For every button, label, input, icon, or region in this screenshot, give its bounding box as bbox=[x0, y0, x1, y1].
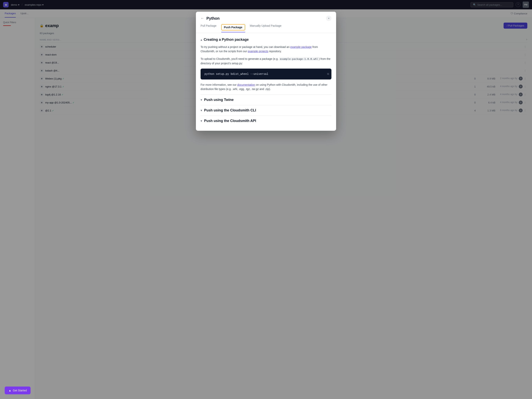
modal-close-button[interactable]: × bbox=[326, 16, 331, 21]
tab-pull-package[interactable]: Pull Package bbox=[201, 24, 216, 33]
twine-section: Push using Twine bbox=[201, 95, 331, 105]
cli-collapse-icon bbox=[201, 109, 202, 112]
copy-code-button[interactable]: ⧉ bbox=[327, 72, 329, 76]
get-started-button[interactable]: ▲ Get Started bbox=[5, 386, 31, 394]
creating-desc-2: To upload to Cloudsmith, you'll need to … bbox=[201, 57, 331, 65]
creating-desc-3: For more information, see our documentat… bbox=[201, 83, 331, 91]
example-package-link[interactable]: example package bbox=[290, 45, 312, 49]
documentation-link[interactable]: documentation bbox=[237, 83, 255, 86]
creating-section-toggle[interactable] bbox=[201, 38, 202, 41]
code-block: python setup.py bdist_wheel --universal … bbox=[201, 69, 331, 79]
modal-header: ← Python × bbox=[196, 12, 336, 21]
creating-section-header: Creating a Python package bbox=[201, 38, 331, 42]
push-package-modal: ← Python × Pull Package Push Package Man… bbox=[196, 12, 336, 131]
creating-desc-1: To try pushing without a project or pack… bbox=[201, 45, 331, 54]
modal-body: Creating a Python package To try pushing… bbox=[196, 33, 336, 131]
api-collapse-icon bbox=[201, 119, 202, 123]
cli-section-header[interactable]: Push using the Cloudsmith CLI bbox=[201, 108, 331, 112]
twine-collapse-icon bbox=[201, 98, 202, 102]
cli-section: Push using the Cloudsmith CLI bbox=[201, 105, 331, 116]
tab-push-package[interactable]: Push Package bbox=[221, 24, 245, 33]
modal-tabs: Pull Package Push Package Manually Uploa… bbox=[196, 21, 336, 33]
api-section-header[interactable]: Push using the Cloudsmith API bbox=[201, 119, 331, 123]
get-started-icon: ▲ bbox=[9, 389, 11, 392]
modal-title: Python bbox=[206, 16, 326, 21]
api-section: Push using the Cloudsmith API bbox=[201, 116, 331, 126]
twine-section-header[interactable]: Push using Twine bbox=[201, 98, 331, 102]
creating-section: Creating a Python package To try pushing… bbox=[201, 38, 331, 91]
tab-manually-upload[interactable]: Manually Upload Package bbox=[250, 24, 282, 33]
modal-overlay: ← Python × Pull Package Push Package Man… bbox=[0, 0, 532, 399]
modal-back-button[interactable]: ← bbox=[201, 16, 204, 20]
example-projects-link[interactable]: example projects bbox=[248, 50, 268, 53]
